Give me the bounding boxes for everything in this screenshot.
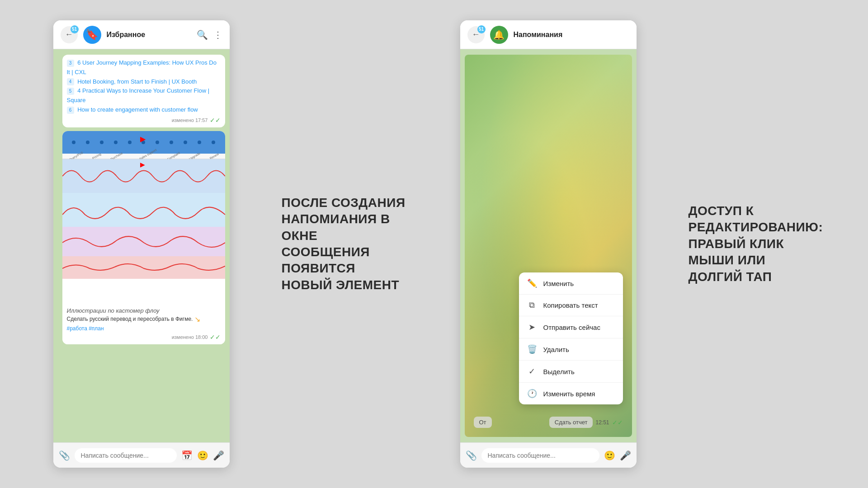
wave-svg-2: [62, 197, 225, 224]
links-message-bubble: 3 6 User Journey Mapping Examples: How U…: [62, 55, 225, 127]
notification-badge: 51: [71, 25, 79, 33]
report-time: 12:51: [595, 419, 609, 426]
cursor-marker-top: ▶: [140, 135, 146, 143]
right-chat-body: От Сдать отчет 12:51 ✓✓ ✏️ Изменить ⧉ Ко…: [460, 49, 637, 442]
link-icon-6: 6: [67, 107, 74, 114]
left-chat-header: ← 51 🔖 Избранное 🔍 ⋮: [53, 20, 230, 49]
emoji-icon-right[interactable]: 🙂: [604, 450, 615, 461]
left-chat-title: Избранное: [107, 31, 191, 39]
right-chat-input-bar: 📎 🙂 🎤: [460, 442, 637, 468]
image-footer: Иллюстрации по кастомер флоу Сделать рус…: [62, 303, 225, 344]
customer-flow-image: ▶ Query/PoS Pricing Purchase Post Sales …: [62, 131, 225, 303]
cf-row-1: ▶: [62, 159, 225, 193]
mic-icon-right[interactable]: 🎤: [620, 450, 631, 461]
cf-header: ▶: [62, 131, 225, 154]
trash-icon: 🗑️: [527, 344, 537, 354]
edit-icon: ✏️: [527, 278, 537, 288]
cf-row-3: [62, 227, 225, 256]
cf-dot: [114, 141, 118, 144]
link-item-6[interactable]: 6 How to create engagement with customer…: [67, 105, 221, 115]
right-chat-input[interactable]: [481, 448, 599, 463]
cf-dot: [86, 141, 90, 144]
attachment-icon-right[interactable]: 📎: [466, 450, 477, 461]
cf-dot: [198, 141, 201, 144]
wave-svg-4: [62, 257, 225, 275]
cf-row-4: [62, 256, 225, 279]
cf-dot: [100, 141, 104, 144]
cf-row-2: [62, 193, 225, 227]
emoji-icon-left[interactable]: 🙂: [197, 450, 208, 461]
ot-label: От: [474, 417, 492, 428]
page-container: ← 51 🔖 Избранное 🔍 ⋮ 3 6 User Journey Ma…: [0, 0, 868, 488]
mic-icon-left[interactable]: 🎤: [213, 450, 224, 461]
message-meta-1: изменено 17:57 ✓✓: [67, 117, 221, 124]
calendar-icon-left[interactable]: 📅: [181, 450, 193, 461]
select-icon: ✓: [527, 366, 537, 376]
search-icon-left[interactable]: 🔍: [197, 29, 208, 40]
left-chat-window: ← 51 🔖 Избранное 🔍 ⋮ 3 6 User Journey Ma…: [53, 20, 230, 468]
annotation-left: ПОСЛЕ СОЗДАНИЯ НАПОМИАНИЯ В ОКНЕ СООБЩЕН…: [282, 195, 408, 293]
menu-item-send-now[interactable]: ➤ Отправить сейчас: [519, 316, 623, 338]
left-chat-input-bar: 📎 📅 🙂 🎤: [53, 442, 230, 468]
cursor-marker-mid: ▶: [140, 161, 145, 168]
right-chat-window: ← 51 🔔 Напоминания От Сдать отчет 12:51 …: [460, 20, 637, 468]
link-item-4[interactable]: 4 Hotel Booking, from Start to Finish | …: [67, 77, 221, 87]
menu-item-change-time[interactable]: 🕐 Изменить время: [519, 383, 623, 404]
cf-dot: [72, 141, 75, 144]
menu-item-copy-text[interactable]: ⧉ Копировать текст: [519, 295, 623, 316]
cf-dot: [184, 141, 187, 144]
menu-item-select[interactable]: ✓ Выделить: [519, 361, 623, 383]
clock-icon: 🕐: [527, 389, 537, 399]
annotation-right: ДОСТУП К РЕДАКТИРОВАНИЮ: ПРАВЫЙ КЛИК МЫШ…: [689, 203, 815, 285]
right-chat-header: ← 51 🔔 Напоминания: [460, 20, 637, 49]
left-chat-input[interactable]: [75, 448, 177, 463]
arrow-icon: ↘: [194, 315, 200, 324]
link-icon-3: 3: [67, 60, 74, 67]
cf-dot: [170, 141, 173, 144]
image-check-icon: ✓✓: [210, 333, 221, 341]
chat-avatar-left: 🔖: [83, 26, 101, 44]
header-icons-left: 🔍 ⋮: [197, 29, 222, 40]
right-chat-avatar: 🔔: [490, 26, 508, 44]
right-notification-badge: 51: [477, 25, 486, 33]
image-time: изменено 18:00: [172, 334, 208, 340]
bookmark-icon: 🔖: [86, 29, 98, 41]
task-note: Сделать русский перевод и пересобрать в …: [67, 315, 221, 324]
link-item-3[interactable]: 3 6 User Journey Mapping Examples: How U…: [67, 58, 221, 77]
link-icon-5: 5: [67, 88, 74, 95]
send-icon: ➤: [527, 322, 537, 332]
link-icon-4: 4: [67, 78, 74, 85]
link-item-5[interactable]: 5 4 Practical Ways to Increase Your Cust…: [67, 86, 221, 105]
bell-icon: 🔔: [493, 29, 505, 40]
left-chat-body: 3 6 User Journey Mapping Examples: How U…: [53, 49, 230, 442]
check-icon-1: ✓✓: [210, 117, 221, 124]
message-time-1: изменено 17:57: [172, 117, 208, 123]
context-menu: ✏️ Изменить ⧉ Копировать текст ➤ Отправи…: [519, 272, 623, 404]
more-icon-left[interactable]: ⋮: [213, 29, 222, 40]
back-button[interactable]: ← 51: [61, 26, 78, 43]
ot-button[interactable]: От: [474, 417, 492, 428]
report-check: ✓✓: [612, 419, 623, 426]
customer-flow-image-message: ▶ Query/PoS Pricing Purchase Post Sales …: [62, 131, 225, 344]
attachment-icon-left[interactable]: 📎: [59, 450, 70, 461]
cf-dot: [128, 141, 132, 144]
right-back-button[interactable]: ← 51: [467, 26, 485, 43]
menu-item-edit[interactable]: ✏️ Изменить: [519, 272, 623, 295]
menu-item-delete[interactable]: 🗑️ Удалить: [519, 338, 623, 361]
cf-dot: [156, 141, 159, 144]
report-button[interactable]: Сдать отчет: [549, 417, 593, 428]
wave-svg-3: [62, 229, 225, 252]
report-section: Сдать отчет 12:51 ✓✓: [549, 417, 623, 428]
copy-icon: ⧉: [527, 300, 537, 310]
cf-dot: [212, 141, 215, 144]
right-chat-title: Напоминания: [514, 31, 629, 39]
hashtags: #работа #план: [67, 325, 221, 332]
image-caption: Иллюстрации по кастомер флоу: [67, 307, 221, 314]
image-message-meta: изменено 18:00 ✓✓: [67, 333, 221, 341]
